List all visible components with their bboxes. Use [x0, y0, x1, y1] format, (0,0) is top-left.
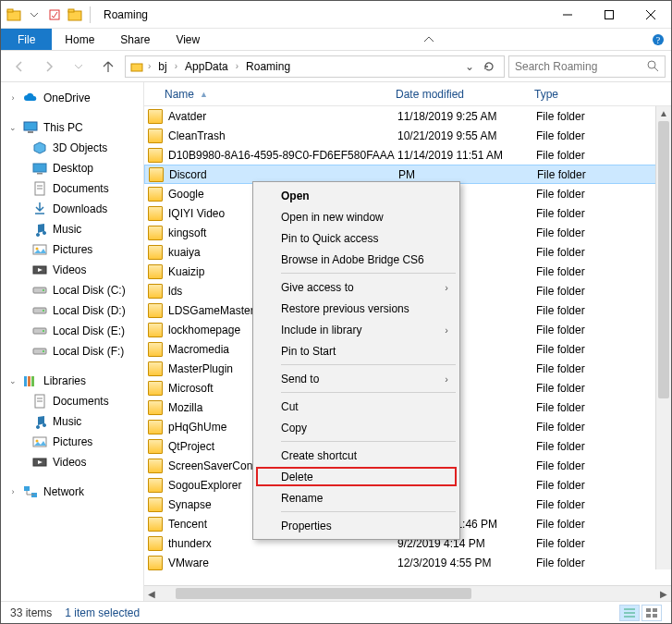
nav-forward-button[interactable] [36, 55, 62, 79]
ctx-open[interactable]: Open [255, 185, 458, 206]
folder-icon [148, 420, 163, 434]
svg-point-30 [43, 330, 44, 332]
breadcrumb-dropdown[interactable]: ⌄ [463, 60, 476, 73]
minimize-button[interactable] [546, 1, 588, 29]
scroll-right-icon[interactable]: ▶ [656, 589, 671, 599]
tab-view[interactable]: View [163, 29, 213, 50]
nav-item[interactable]: Music [1, 411, 143, 432]
crumb-appdata[interactable]: AppData [181, 58, 232, 75]
maximize-button[interactable] [588, 1, 629, 29]
ctx-pin-start[interactable]: Pin to Start [255, 340, 458, 361]
status-bar: 33 items 1 item selected [1, 601, 671, 623]
row-name: CleanTrash [168, 129, 397, 142]
chevron-right-icon[interactable]: › [173, 61, 179, 71]
nav-item[interactable]: Documents [1, 391, 143, 411]
nav-item[interactable]: Local Disk (F:) [1, 341, 143, 361]
view-details-button[interactable] [619, 605, 640, 621]
svg-rect-15 [28, 131, 33, 133]
svg-rect-2 [50, 10, 59, 19]
row-type: File folder [536, 343, 671, 356]
chevron-right-icon[interactable]: › [146, 61, 153, 71]
breadcrumb[interactable]: › bj › AppData › Roaming ⌄ [125, 55, 505, 78]
nav-item[interactable]: Local Disk (C:) [1, 280, 143, 300]
nav-item[interactable]: Documents [1, 178, 143, 199]
row-type: File folder [536, 265, 671, 278]
col-name[interactable]: Name [165, 88, 194, 101]
col-type[interactable]: Type [534, 88, 671, 101]
folder-icon [6, 7, 21, 22]
tab-home[interactable]: Home [52, 29, 107, 50]
nav-up-button[interactable] [95, 55, 121, 79]
menu-separator [281, 273, 456, 274]
nav-item[interactable]: Pictures [1, 239, 143, 260]
folder-icon-small [67, 7, 82, 22]
col-date[interactable]: Date modified [396, 88, 534, 101]
nav-item[interactable]: Videos [1, 260, 143, 280]
nav-item-icon [32, 434, 47, 449]
ctx-pin-quick-access[interactable]: Pin to Quick access [255, 227, 458, 249]
nav-item[interactable]: Videos [1, 452, 143, 472]
ctx-properties[interactable]: Properties [255, 515, 458, 536]
ribbon-expand-icon[interactable] [416, 29, 442, 50]
ctx-send-to[interactable]: Send to› [255, 368, 458, 389]
nav-item[interactable]: Local Disk (E:) [1, 321, 143, 341]
scroll-up-icon[interactable]: ▲ [656, 106, 671, 121]
nav-back-button[interactable] [6, 55, 32, 79]
ctx-give-access[interactable]: Give access to› [255, 276, 458, 298]
vertical-scrollbar[interactable]: ▲ [655, 106, 671, 569]
ctx-cut[interactable]: Cut [255, 396, 458, 417]
nav-item[interactable]: Music [1, 219, 143, 239]
view-largeicons-button[interactable] [641, 605, 662, 621]
ctx-create-shortcut[interactable]: Create shortcut [255, 445, 458, 466]
nav-item-label: Desktop [53, 162, 93, 175]
nav-item[interactable]: Desktop [1, 158, 143, 178]
ctx-browse-bridge[interactable]: Browse in Adobe Bridge CS6 [255, 249, 458, 270]
tab-file[interactable]: File [1, 29, 52, 50]
ctx-include-library[interactable]: Include in library› [255, 319, 458, 340]
tab-share[interactable]: Share [107, 29, 163, 50]
nav-onedrive[interactable]: › OneDrive [1, 88, 143, 108]
nav-item-label: Downloads [53, 202, 107, 215]
table-row[interactable]: D10B9980-8A16-4595-89C0-FD6EF580FAAA11/1… [144, 145, 671, 165]
horizontal-scrollbar[interactable]: ◀ ▶ [144, 585, 671, 601]
close-button[interactable] [629, 1, 671, 29]
folder-icon [149, 167, 164, 182]
menu-separator [281, 511, 456, 512]
table-row[interactable]: Avatder11/18/2019 9:25 AMFile folder [144, 106, 671, 126]
folder-icon [148, 206, 163, 221]
nav-item-icon [32, 344, 47, 359]
svg-rect-1 [7, 9, 13, 12]
search-input[interactable]: Search Roaming [508, 55, 666, 78]
qat-properties-icon[interactable] [47, 7, 62, 22]
search-placeholder: Search Roaming [515, 60, 597, 73]
nav-item[interactable]: Local Disk (D:) [1, 300, 143, 321]
nav-item-icon [32, 303, 47, 318]
nav-item[interactable]: Downloads [1, 199, 143, 219]
ctx-restore-previous[interactable]: Restore previous versions [255, 298, 458, 319]
table-row[interactable]: CleanTrash10/21/2019 9:55 AMFile folder [144, 126, 671, 145]
ctx-open-new-window[interactable]: Open in new window [255, 206, 458, 227]
chevron-right-icon: › [8, 93, 18, 103]
qat-dropdown-icon[interactable] [27, 7, 42, 22]
crumb-roaming[interactable]: Roaming [242, 58, 294, 75]
scroll-thumb[interactable] [658, 121, 669, 398]
scroll-left-icon[interactable]: ◀ [144, 589, 159, 599]
chevron-right-icon[interactable]: › [234, 61, 240, 71]
ctx-rename[interactable]: Rename [255, 487, 458, 508]
crumb-bj[interactable]: bj [154, 58, 170, 75]
ctx-delete[interactable]: Delete [255, 466, 458, 487]
ctx-copy[interactable]: Copy [255, 417, 458, 438]
refresh-button[interactable] [478, 56, 500, 77]
nav-thispc[interactable]: ⌄ This PC [1, 117, 143, 138]
nav-network[interactable]: › Network [1, 482, 143, 502]
folder-icon [148, 478, 163, 493]
nav-libraries[interactable]: ⌄ Libraries [1, 371, 143, 391]
nav-item[interactable]: 3D Objects [1, 138, 143, 158]
table-row[interactable]: VMware12/3/2019 4:55 PMFile folder [144, 553, 671, 572]
scroll-thumb[interactable] [176, 588, 471, 599]
row-type: File folder [536, 401, 671, 414]
row-type: File folder [536, 382, 671, 395]
nav-item[interactable]: Pictures [1, 432, 143, 452]
help-icon[interactable]: ? [645, 29, 671, 50]
nav-recent-dropdown[interactable] [66, 55, 92, 79]
